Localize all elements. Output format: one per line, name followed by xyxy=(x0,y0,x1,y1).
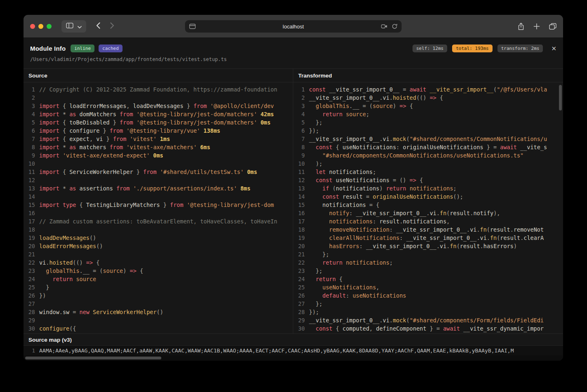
line-number: 7 xyxy=(24,135,35,143)
line-number: 25 xyxy=(293,283,305,291)
line-number: 13 xyxy=(293,184,305,192)
line-number: 23 xyxy=(293,267,305,275)
horizontal-scrollbar[interactable] xyxy=(24,355,563,361)
code-panels: Source 1// Copyright (C) 2012-2025 Zamma… xyxy=(24,68,563,333)
code-line: 15 notifications = { xyxy=(293,201,563,209)
line-number: 24 xyxy=(293,275,305,283)
line-number: 21 xyxy=(24,250,35,258)
line-number: 21 xyxy=(293,250,305,258)
code-line: 10 ); xyxy=(293,160,563,168)
code-line: 3 globalThis.__ = (source) => { xyxy=(293,102,563,110)
window-minimize-button[interactable] xyxy=(38,24,43,29)
line-number: 17 xyxy=(293,217,305,225)
forward-button[interactable] xyxy=(107,20,118,33)
module-path: /Users/vladimir/Projects/zammad/app/fron… xyxy=(30,56,556,62)
code-line: 21 }; xyxy=(293,250,563,258)
line-number: 5 xyxy=(24,118,35,127)
page-title: Module Info xyxy=(30,45,66,52)
line-number: 14 xyxy=(293,192,305,201)
line-number: 27 xyxy=(293,300,305,308)
code-line: 30configure({ xyxy=(24,324,293,333)
line-number: 14 xyxy=(24,192,35,201)
line-number: 12 xyxy=(24,176,35,184)
code-line: 20 hasErrors: __vite_ssr_import_0__.vi.f… xyxy=(293,242,563,250)
code-line: 20loadErrorMessages() xyxy=(24,242,293,250)
code-line: 14 const result = originalUseNotificatio… xyxy=(293,192,563,201)
window-zoom-button[interactable] xyxy=(47,24,52,29)
code-line: 24 return { xyxy=(293,275,563,283)
code-line: 2 xyxy=(24,94,293,102)
code-line: 1// Copyright (C) 2012-2025 Zammad Found… xyxy=(24,85,293,94)
sourcemap-title: Source map (v3) xyxy=(24,334,563,345)
line-number: 30 xyxy=(24,324,35,333)
share-button[interactable] xyxy=(518,23,524,30)
new-tab-button[interactable] xyxy=(533,23,540,30)
line-number: 16 xyxy=(24,209,35,217)
line-number: 5 xyxy=(293,118,305,127)
source-panel: Source 1// Copyright (C) 2012-2025 Zamma… xyxy=(24,69,293,333)
code-line: 7__vite_ssr_import_0__.vi.mock("#shared/… xyxy=(293,135,563,143)
horizontal-scrollbar-thumb[interactable] xyxy=(25,357,161,359)
line-number: 3 xyxy=(293,102,305,110)
line-number: 19 xyxy=(293,234,305,242)
reload-icon[interactable] xyxy=(392,23,398,29)
back-button[interactable] xyxy=(93,20,104,33)
code-line: 2__vite_ssr_import_0__.vi.hoisted(() => … xyxy=(293,94,563,102)
line-number: 9 xyxy=(24,151,35,160)
line-number: 8 xyxy=(293,143,305,151)
transformed-panel: Transformed 1const __vite_ssr_import_0__… xyxy=(293,69,563,333)
line-number: 22 xyxy=(293,258,305,267)
sidebar-icon xyxy=(66,23,73,30)
close-icon[interactable]: ✕ xyxy=(551,45,556,52)
line-number: 15 xyxy=(293,201,305,209)
code-line: 29 xyxy=(24,316,293,324)
window-close-button[interactable] xyxy=(30,24,35,29)
code-line: 17 notifications: result.notifications, xyxy=(293,217,563,225)
line-number: 1 xyxy=(293,85,305,94)
vertical-scrollbar-thumb[interactable] xyxy=(559,85,562,110)
badge-cached: cached xyxy=(99,45,123,52)
browser-toolbar: localhost xyxy=(24,15,563,38)
code-line: 27 }; xyxy=(293,300,563,308)
code-line: 14 xyxy=(24,192,293,201)
media-capture-icon[interactable] xyxy=(381,24,388,29)
code-line: 19 clearAllNotifications: __vite_ssr_imp… xyxy=(293,234,563,242)
source-code[interactable]: 1// Copyright (C) 2012-2025 Zammad Found… xyxy=(24,82,293,333)
code-line: 26 default: useNotifications xyxy=(293,291,563,300)
sidebar-toggle-button[interactable] xyxy=(61,20,86,33)
line-number: 29 xyxy=(24,316,35,324)
code-line: 12 const useNotifications = () => { xyxy=(293,176,563,184)
line-number: 10 xyxy=(24,160,35,168)
badge-inline: inline xyxy=(71,45,94,52)
line-number: 7 xyxy=(293,135,305,143)
line-number: 28 xyxy=(293,308,305,316)
forward-icon xyxy=(110,22,114,31)
code-line: 13import * as assertions from './support… xyxy=(24,184,293,192)
code-line: 17// Zammad custom assertions: toBeAvata… xyxy=(24,217,293,225)
code-line: 28window.sw = new ServiceWorkerHelper() xyxy=(24,308,293,316)
code-line: 22vi.hoisted(() => { xyxy=(24,258,293,267)
line-number: 24 xyxy=(24,275,35,283)
code-line: 28}); xyxy=(293,308,563,316)
code-line: 15import type { TestingLibraryMatchers }… xyxy=(24,201,293,209)
line-number: 9 xyxy=(293,151,305,160)
address-bar[interactable]: localhost xyxy=(185,20,402,33)
code-line: 25 useNotifications, xyxy=(293,283,563,291)
line-number: 15 xyxy=(24,201,35,209)
line-number: 18 xyxy=(293,225,305,234)
sourcemap-code: 1AAMA;AAeA,yBAAG,QAAQ,MAAM;AACf,aAAW,KAA… xyxy=(24,345,563,355)
line-number: 26 xyxy=(293,291,305,300)
line-number: 27 xyxy=(24,300,35,308)
sourcemap-mappings: AAMA;AAeA,yBAAG,QAAQ,MAAM;AACf,aAAW,KAAK… xyxy=(39,347,514,354)
code-line: 4import * as domMatchers from '@testing-… xyxy=(24,110,293,118)
page-settings-icon[interactable] xyxy=(189,23,196,29)
browser-window: localhost Module Info xyxy=(24,15,563,361)
tab-overview-button[interactable] xyxy=(549,23,556,30)
line-number: 1 xyxy=(24,85,35,94)
code-line: 11 let notifications; xyxy=(293,168,563,176)
code-line: 16 notify: __vite_ssr_import_0__.vi.fn(r… xyxy=(293,209,563,217)
code-line: 10 xyxy=(24,160,293,168)
code-line: 11import { ServiceWorkerHelper } from '#… xyxy=(24,168,293,176)
transformed-code[interactable]: 1const __vite_ssr_import_0__ = await __v… xyxy=(293,82,563,333)
line-number: 1 xyxy=(24,347,35,354)
